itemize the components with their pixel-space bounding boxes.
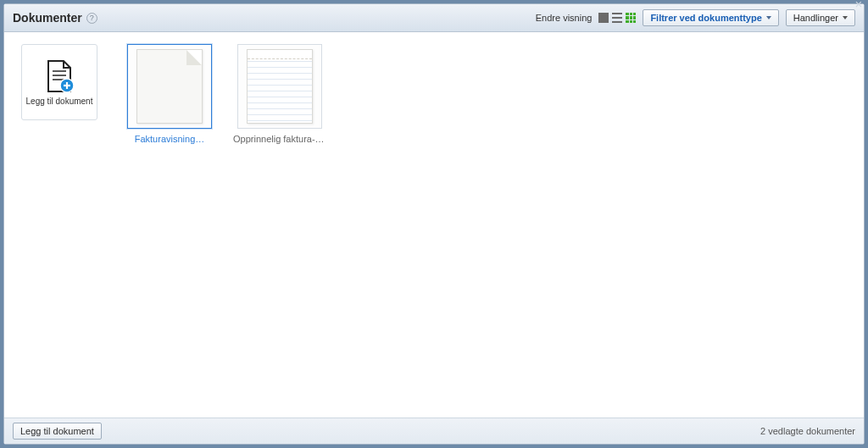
view-label: Endre visning bbox=[536, 13, 593, 23]
dialog-title: Dokumenter bbox=[13, 11, 82, 25]
document-thumbnail[interactable] bbox=[237, 44, 322, 129]
chevron-down-icon bbox=[766, 16, 771, 19]
document-label: Opprinnelig faktura-xml bbox=[233, 134, 326, 144]
document-thumbnail[interactable] bbox=[127, 44, 212, 129]
titlebar: Dokumenter ? Endre visning Filtrer ved d… bbox=[4, 4, 864, 32]
titlebar-right: Endre visning Filtrer ved dokumenttype H… bbox=[536, 9, 855, 26]
add-document-tile[interactable]: Legg til dokument bbox=[21, 44, 97, 120]
lined-page-icon bbox=[247, 49, 313, 124]
document-item: Opprinnelig faktura-xml bbox=[233, 44, 326, 144]
actions-button-label: Handlinger bbox=[793, 13, 838, 23]
view-list-icon[interactable] bbox=[612, 13, 622, 23]
add-document-button-label: Legg til dokument bbox=[20, 426, 94, 436]
add-document-button[interactable]: Legg til dokument bbox=[13, 423, 102, 440]
documents-content: Legg til dokument Fakturavisning… Opprin… bbox=[4, 32, 864, 418]
page-fold-icon bbox=[186, 50, 202, 65]
view-grid-icon[interactable] bbox=[626, 13, 636, 23]
view-large-tiles-icon[interactable] bbox=[598, 13, 609, 23]
filter-by-type-button[interactable]: Filtrer ved dokumenttype bbox=[643, 9, 778, 26]
view-switch bbox=[598, 13, 636, 23]
footer: Legg til dokument 2 vedlagte dokumenter bbox=[4, 418, 864, 444]
add-document-tile-container: Legg til dokument bbox=[13, 44, 106, 120]
chevron-down-icon bbox=[843, 16, 848, 19]
titlebar-left: Dokumenter ? bbox=[13, 11, 97, 25]
document-add-icon bbox=[45, 59, 74, 93]
page-sheet-icon bbox=[136, 49, 203, 124]
documents-dialog: Dokumenter ? Endre visning Filtrer ved d… bbox=[3, 3, 865, 445]
document-item: Fakturavisning… bbox=[123, 44, 216, 144]
add-document-label: Legg til dokument bbox=[26, 97, 93, 106]
attached-count: 2 vedlagte dokumenter bbox=[760, 426, 855, 436]
filter-button-label: Filtrer ved dokumenttype bbox=[650, 13, 761, 23]
actions-button[interactable]: Handlinger bbox=[786, 9, 855, 26]
help-icon[interactable]: ? bbox=[86, 13, 97, 24]
document-label: Fakturavisning… bbox=[135, 134, 205, 144]
close-icon[interactable]: × bbox=[851, 0, 866, 12]
